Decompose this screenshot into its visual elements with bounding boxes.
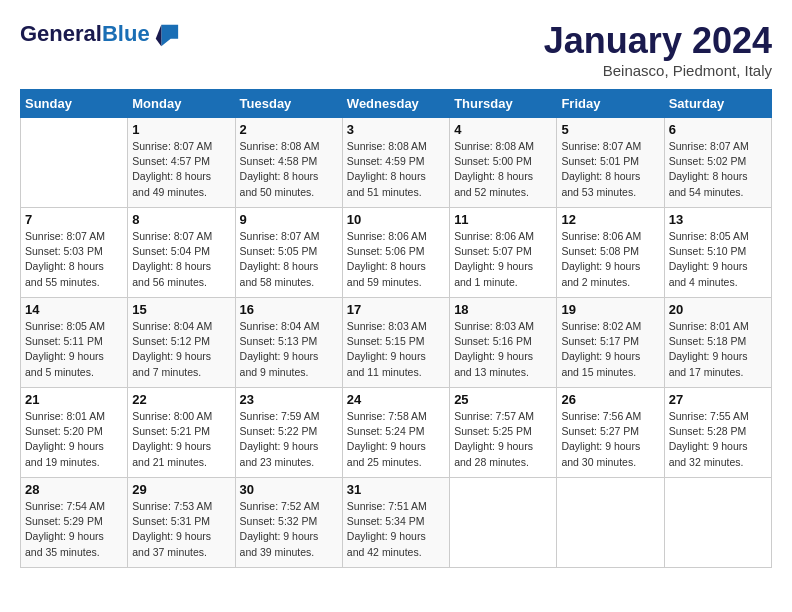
day-number: 19: [561, 302, 659, 317]
calendar-cell: [664, 478, 771, 568]
calendar-cell: [21, 118, 128, 208]
calendar-cell: 12Sunrise: 8:06 AMSunset: 5:08 PMDayligh…: [557, 208, 664, 298]
day-info: Sunrise: 8:05 AMSunset: 5:11 PMDaylight:…: [25, 319, 123, 380]
day-number: 8: [132, 212, 230, 227]
calendar-cell: 7Sunrise: 8:07 AMSunset: 5:03 PMDaylight…: [21, 208, 128, 298]
calendar-cell: 31Sunrise: 7:51 AMSunset: 5:34 PMDayligh…: [342, 478, 449, 568]
calendar-cell: 18Sunrise: 8:03 AMSunset: 5:16 PMDayligh…: [450, 298, 557, 388]
day-info: Sunrise: 8:07 AMSunset: 5:02 PMDaylight:…: [669, 139, 767, 200]
month-title: January 2024: [544, 20, 772, 62]
calendar-cell: 4Sunrise: 8:08 AMSunset: 5:00 PMDaylight…: [450, 118, 557, 208]
calendar-cell: 13Sunrise: 8:05 AMSunset: 5:10 PMDayligh…: [664, 208, 771, 298]
day-number: 27: [669, 392, 767, 407]
svg-marker-0: [161, 25, 178, 46]
day-info: Sunrise: 8:08 AMSunset: 4:58 PMDaylight:…: [240, 139, 338, 200]
calendar-cell: 16Sunrise: 8:04 AMSunset: 5:13 PMDayligh…: [235, 298, 342, 388]
title-block: January 2024 Beinasco, Piedmont, Italy: [544, 20, 772, 79]
svg-marker-1: [155, 25, 161, 46]
day-info: Sunrise: 7:59 AMSunset: 5:22 PMDaylight:…: [240, 409, 338, 470]
day-number: 18: [454, 302, 552, 317]
day-number: 26: [561, 392, 659, 407]
day-number: 1: [132, 122, 230, 137]
logo-icon: [152, 20, 180, 48]
calendar-cell: 9Sunrise: 8:07 AMSunset: 5:05 PMDaylight…: [235, 208, 342, 298]
calendar-cell: [557, 478, 664, 568]
day-header-thursday: Thursday: [450, 90, 557, 118]
day-header-wednesday: Wednesday: [342, 90, 449, 118]
day-number: 5: [561, 122, 659, 137]
day-number: 24: [347, 392, 445, 407]
day-number: 23: [240, 392, 338, 407]
day-headers-row: SundayMondayTuesdayWednesdayThursdayFrid…: [21, 90, 772, 118]
calendar-cell: 23Sunrise: 7:59 AMSunset: 5:22 PMDayligh…: [235, 388, 342, 478]
calendar-cell: [450, 478, 557, 568]
day-number: 10: [347, 212, 445, 227]
day-info: Sunrise: 8:07 AMSunset: 5:04 PMDaylight:…: [132, 229, 230, 290]
week-row-3: 14Sunrise: 8:05 AMSunset: 5:11 PMDayligh…: [21, 298, 772, 388]
day-number: 6: [669, 122, 767, 137]
calendar-cell: 25Sunrise: 7:57 AMSunset: 5:25 PMDayligh…: [450, 388, 557, 478]
location-subtitle: Beinasco, Piedmont, Italy: [544, 62, 772, 79]
day-info: Sunrise: 8:08 AMSunset: 5:00 PMDaylight:…: [454, 139, 552, 200]
calendar-cell: 1Sunrise: 8:07 AMSunset: 4:57 PMDaylight…: [128, 118, 235, 208]
day-info: Sunrise: 8:01 AMSunset: 5:20 PMDaylight:…: [25, 409, 123, 470]
calendar-cell: 10Sunrise: 8:06 AMSunset: 5:06 PMDayligh…: [342, 208, 449, 298]
day-info: Sunrise: 7:58 AMSunset: 5:24 PMDaylight:…: [347, 409, 445, 470]
day-info: Sunrise: 8:08 AMSunset: 4:59 PMDaylight:…: [347, 139, 445, 200]
day-number: 9: [240, 212, 338, 227]
day-number: 29: [132, 482, 230, 497]
day-info: Sunrise: 8:07 AMSunset: 5:03 PMDaylight:…: [25, 229, 123, 290]
day-number: 4: [454, 122, 552, 137]
page-header: GeneralBlue January 2024 Beinasco, Piedm…: [20, 20, 772, 79]
calendar-cell: 27Sunrise: 7:55 AMSunset: 5:28 PMDayligh…: [664, 388, 771, 478]
day-info: Sunrise: 7:56 AMSunset: 5:27 PMDaylight:…: [561, 409, 659, 470]
day-info: Sunrise: 7:52 AMSunset: 5:32 PMDaylight:…: [240, 499, 338, 560]
calendar-cell: 6Sunrise: 8:07 AMSunset: 5:02 PMDaylight…: [664, 118, 771, 208]
day-info: Sunrise: 8:01 AMSunset: 5:18 PMDaylight:…: [669, 319, 767, 380]
week-row-4: 21Sunrise: 8:01 AMSunset: 5:20 PMDayligh…: [21, 388, 772, 478]
calendar-cell: 5Sunrise: 8:07 AMSunset: 5:01 PMDaylight…: [557, 118, 664, 208]
day-header-monday: Monday: [128, 90, 235, 118]
day-info: Sunrise: 7:57 AMSunset: 5:25 PMDaylight:…: [454, 409, 552, 470]
day-info: Sunrise: 8:02 AMSunset: 5:17 PMDaylight:…: [561, 319, 659, 380]
calendar-cell: 14Sunrise: 8:05 AMSunset: 5:11 PMDayligh…: [21, 298, 128, 388]
day-number: 20: [669, 302, 767, 317]
calendar-cell: 8Sunrise: 8:07 AMSunset: 5:04 PMDaylight…: [128, 208, 235, 298]
day-info: Sunrise: 8:03 AMSunset: 5:15 PMDaylight:…: [347, 319, 445, 380]
day-number: 15: [132, 302, 230, 317]
day-info: Sunrise: 8:00 AMSunset: 5:21 PMDaylight:…: [132, 409, 230, 470]
day-number: 17: [347, 302, 445, 317]
calendar-cell: 22Sunrise: 8:00 AMSunset: 5:21 PMDayligh…: [128, 388, 235, 478]
day-number: 7: [25, 212, 123, 227]
calendar-cell: 11Sunrise: 8:06 AMSunset: 5:07 PMDayligh…: [450, 208, 557, 298]
day-info: Sunrise: 8:07 AMSunset: 4:57 PMDaylight:…: [132, 139, 230, 200]
day-info: Sunrise: 8:06 AMSunset: 5:06 PMDaylight:…: [347, 229, 445, 290]
day-info: Sunrise: 7:51 AMSunset: 5:34 PMDaylight:…: [347, 499, 445, 560]
calendar-cell: 29Sunrise: 7:53 AMSunset: 5:31 PMDayligh…: [128, 478, 235, 568]
day-number: 12: [561, 212, 659, 227]
day-number: 22: [132, 392, 230, 407]
day-number: 25: [454, 392, 552, 407]
logo-text: GeneralBlue: [20, 22, 150, 46]
day-number: 28: [25, 482, 123, 497]
week-row-2: 7Sunrise: 8:07 AMSunset: 5:03 PMDaylight…: [21, 208, 772, 298]
day-number: 16: [240, 302, 338, 317]
calendar-cell: 28Sunrise: 7:54 AMSunset: 5:29 PMDayligh…: [21, 478, 128, 568]
day-number: 30: [240, 482, 338, 497]
calendar-cell: 21Sunrise: 8:01 AMSunset: 5:20 PMDayligh…: [21, 388, 128, 478]
week-row-5: 28Sunrise: 7:54 AMSunset: 5:29 PMDayligh…: [21, 478, 772, 568]
logo: GeneralBlue: [20, 20, 180, 48]
day-number: 2: [240, 122, 338, 137]
day-header-friday: Friday: [557, 90, 664, 118]
day-info: Sunrise: 8:04 AMSunset: 5:12 PMDaylight:…: [132, 319, 230, 380]
day-number: 21: [25, 392, 123, 407]
day-info: Sunrise: 8:06 AMSunset: 5:07 PMDaylight:…: [454, 229, 552, 290]
day-number: 14: [25, 302, 123, 317]
day-header-sunday: Sunday: [21, 90, 128, 118]
day-header-saturday: Saturday: [664, 90, 771, 118]
day-number: 31: [347, 482, 445, 497]
day-info: Sunrise: 8:06 AMSunset: 5:08 PMDaylight:…: [561, 229, 659, 290]
day-number: 13: [669, 212, 767, 227]
day-info: Sunrise: 7:55 AMSunset: 5:28 PMDaylight:…: [669, 409, 767, 470]
calendar-cell: 20Sunrise: 8:01 AMSunset: 5:18 PMDayligh…: [664, 298, 771, 388]
